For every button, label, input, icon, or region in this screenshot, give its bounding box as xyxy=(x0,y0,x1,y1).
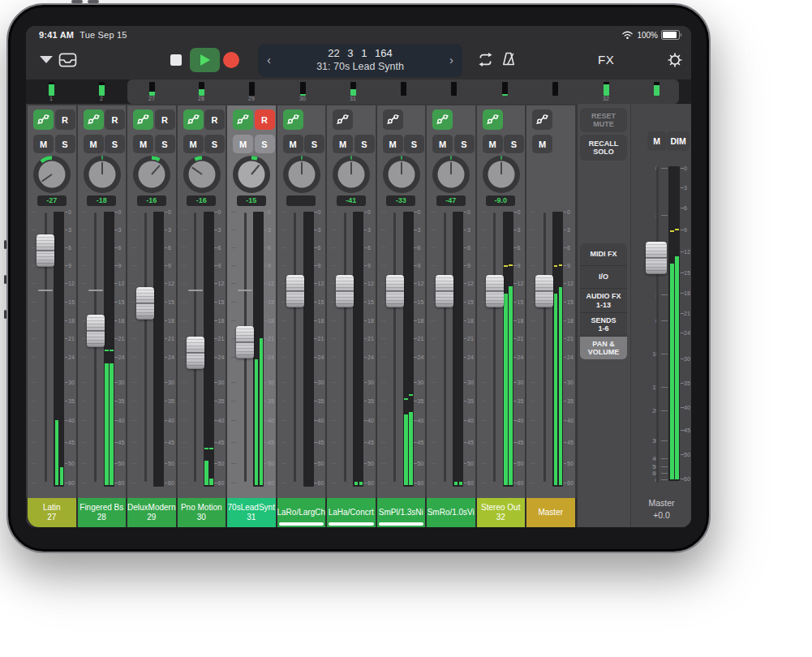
automation-button[interactable] xyxy=(383,110,403,130)
mute-button[interactable]: M xyxy=(532,135,552,153)
automation-button[interactable] xyxy=(233,110,253,130)
track-name-label[interactable]: DeluxModern29 xyxy=(127,498,176,527)
track-name-label[interactable]: Latin27 xyxy=(28,498,76,527)
track-name-label[interactable]: 70sLeadSynt31 xyxy=(227,498,276,527)
automation-button[interactable] xyxy=(432,110,453,130)
track-name-label[interactable]: Stereo Out32 xyxy=(477,498,526,527)
solo-button[interactable]: S xyxy=(55,135,75,153)
reset-mute-button[interactable]: RESET MUTE xyxy=(580,108,627,132)
solo-button[interactable]: S xyxy=(255,135,275,153)
pan-knob[interactable] xyxy=(32,154,72,195)
master-mute-button[interactable]: M xyxy=(647,131,666,151)
solo-button[interactable]: S xyxy=(204,135,225,153)
cycle-icon[interactable] xyxy=(475,53,496,67)
track-name-label[interactable]: LaRo/LargCh xyxy=(277,498,326,527)
solo-button[interactable]: S xyxy=(304,135,324,153)
record-enable-button[interactable]: R xyxy=(255,110,275,130)
automation-button[interactable] xyxy=(33,110,54,130)
record-enable-button[interactable]: R xyxy=(155,110,175,130)
metronome-icon[interactable] xyxy=(501,51,517,67)
pan-knob[interactable] xyxy=(331,154,372,195)
volume-fader[interactable] xyxy=(286,275,304,307)
master-dim-button[interactable]: DIM xyxy=(667,131,690,151)
volume-fader[interactable] xyxy=(187,337,204,369)
library-tray-icon[interactable] xyxy=(58,53,77,67)
overview-mini-meter[interactable] xyxy=(401,82,406,96)
volume-fader[interactable] xyxy=(37,234,54,267)
mute-button[interactable]: M xyxy=(183,135,204,153)
lcd-display[interactable]: ‹ 22 3 1 164 31: 70s Lead Synth › xyxy=(258,44,462,77)
section-button[interactable]: I/O xyxy=(580,265,627,288)
track-name-label[interactable]: Master xyxy=(526,498,575,527)
overview-mini-meter[interactable] xyxy=(249,82,255,96)
automation-button[interactable] xyxy=(283,110,303,130)
solo-button[interactable]: S xyxy=(155,135,175,153)
mute-button[interactable]: M xyxy=(483,135,503,153)
stop-button[interactable] xyxy=(170,54,182,66)
pan-knob[interactable] xyxy=(131,154,172,195)
overview-mini-meter[interactable] xyxy=(300,82,306,96)
solo-button[interactable]: S xyxy=(454,135,475,153)
volume-fader[interactable] xyxy=(87,315,105,347)
track-overview[interactable]: 12272829303132 xyxy=(26,79,691,104)
mute-button[interactable]: M xyxy=(283,135,303,153)
mute-button[interactable]: M xyxy=(432,135,453,153)
lcd-next-icon[interactable]: › xyxy=(449,52,453,68)
pan-knob[interactable] xyxy=(481,154,522,195)
track-name-label[interactable]: Pno Motion30 xyxy=(178,498,226,527)
section-button[interactable]: PAN &VOLUME xyxy=(580,336,627,359)
volume-fader[interactable] xyxy=(336,275,354,307)
settings-gear-icon[interactable] xyxy=(667,52,683,68)
volume-fader[interactable] xyxy=(236,326,254,359)
recall-solo-button[interactable]: RECALL SOLO xyxy=(580,135,627,161)
overview-mini-meter[interactable] xyxy=(502,82,508,96)
track-name-label[interactable]: SmPl/1.3sNi xyxy=(377,498,426,527)
solo-button[interactable]: S xyxy=(404,135,424,153)
record-enable-button[interactable]: R xyxy=(204,110,225,130)
section-button[interactable]: AUDIO FX1-13 xyxy=(580,288,627,312)
mute-button[interactable]: M xyxy=(133,135,153,153)
mute-button[interactable]: M xyxy=(233,135,253,153)
overview-mini-meter[interactable] xyxy=(552,82,558,96)
automation-button[interactable] xyxy=(333,110,353,130)
mute-button[interactable]: M xyxy=(84,135,104,153)
automation-button[interactable] xyxy=(133,110,153,130)
overview-mini-meter[interactable] xyxy=(451,82,457,96)
solo-button[interactable]: S xyxy=(105,135,125,153)
record-enable-button[interactable]: R xyxy=(55,110,75,130)
automation-button[interactable] xyxy=(183,110,204,130)
pan-knob[interactable] xyxy=(82,154,122,195)
overview-mini-meter[interactable] xyxy=(654,82,659,96)
pan-knob[interactable] xyxy=(182,154,222,195)
volume-fader[interactable] xyxy=(535,275,553,307)
pan-knob[interactable] xyxy=(431,154,471,195)
master-volume-fader[interactable] xyxy=(646,242,667,274)
solo-button[interactable]: S xyxy=(504,135,524,153)
volume-fader[interactable] xyxy=(386,275,404,307)
overview-mini-meter[interactable] xyxy=(604,82,609,96)
automation-button[interactable] xyxy=(483,110,503,130)
automation-button[interactable] xyxy=(84,110,104,130)
track-name-label[interactable]: Fingered Bs28 xyxy=(78,498,127,527)
record-enable-button[interactable]: R xyxy=(105,110,125,130)
automation-button[interactable] xyxy=(532,110,552,130)
pan-knob[interactable] xyxy=(381,154,422,195)
solo-button[interactable]: S xyxy=(354,135,375,153)
section-button[interactable]: SENDS1-6 xyxy=(580,312,627,336)
fx-label-button[interactable]: FX xyxy=(598,53,614,67)
pan-knob[interactable] xyxy=(281,154,322,195)
play-button[interactable] xyxy=(190,48,220,72)
pan-knob[interactable] xyxy=(231,154,272,195)
track-name-label[interactable]: LaHa/Concrt xyxy=(327,498,376,527)
track-name-label[interactable]: SmRo/1.0sVi xyxy=(427,498,475,527)
overview-mini-meter[interactable] xyxy=(99,82,105,96)
overview-mini-meter[interactable] xyxy=(49,82,54,96)
section-button[interactable]: MIDI FX xyxy=(580,243,627,265)
volume-fader[interactable] xyxy=(486,275,504,307)
disclosure-triangle-button[interactable] xyxy=(40,56,53,63)
mute-button[interactable]: M xyxy=(333,135,353,153)
record-button[interactable] xyxy=(223,52,239,68)
mute-button[interactable]: M xyxy=(33,135,54,153)
overview-mini-meter[interactable] xyxy=(350,82,356,96)
volume-fader[interactable] xyxy=(136,287,154,320)
